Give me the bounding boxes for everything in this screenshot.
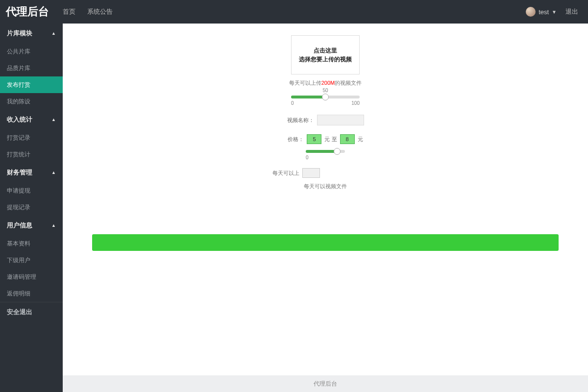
sidebar-logout[interactable]: 安全退出 — [0, 302, 63, 321]
nav-home[interactable]: 首页 — [63, 7, 75, 16]
upload2-label: 每天可以上 — [272, 170, 299, 177]
sidebar-group-head[interactable]: 财务管理▲ — [0, 163, 63, 182]
price-row: 价格： 元 至 元 — [288, 134, 363, 144]
slider2-min: 0 — [306, 155, 309, 160]
user-menu[interactable]: test ▼ — [526, 7, 557, 17]
sidebar-item[interactable]: 打赏记录 — [0, 129, 63, 146]
slider-1[interactable]: 50 0 100 — [291, 96, 360, 106]
slider-2[interactable]: 0 — [306, 150, 345, 160]
sidebar-group-title: 收入统计 — [7, 115, 32, 124]
video-name-input[interactable] — [317, 115, 364, 125]
upload-title-2: 选择您要上传的视频 — [299, 55, 352, 64]
secondary-upload-box[interactable] — [302, 168, 320, 178]
video-name-row: 视频名称： — [287, 115, 364, 125]
slider-value-label: 50 — [322, 88, 328, 93]
slider-min: 0 — [291, 100, 294, 106]
sidebar-group-title: 财务管理 — [7, 168, 32, 177]
slider-track — [291, 96, 360, 98]
upload-hint: 每天可以上传200M的视频文件 — [289, 79, 362, 87]
price-max-input[interactable] — [340, 134, 355, 144]
price-min-input[interactable] — [307, 134, 321, 144]
slider2-fill — [306, 150, 337, 153]
nav-announce[interactable]: 系统公告 — [87, 7, 113, 16]
upload-dropzone[interactable]: 点击这里 选择您要上传的视频 — [291, 35, 360, 74]
caret-down-icon: ▼ — [552, 9, 557, 15]
sidebar-item[interactable]: 基本资料 — [0, 235, 63, 252]
slider2-thumb[interactable] — [334, 148, 341, 155]
sidebar-item[interactable]: 发布打赏 — [0, 76, 63, 93]
top-nav: 首页 系统公告 — [63, 7, 113, 16]
user-name: test — [539, 8, 549, 16]
submit-button[interactable] — [92, 234, 559, 251]
avatar-icon — [526, 7, 536, 17]
chevron-up-icon: ▲ — [51, 31, 56, 36]
secondary-upload-row: 每天可以上 — [272, 168, 320, 178]
sidebar-group-head[interactable]: 片库模块▲ — [0, 24, 63, 43]
sidebar: 片库模块▲公共片库品质片库发布打赏我的陈设收入统计▲打赏记录打赏统计财务管理▲申… — [0, 24, 63, 392]
sidebar-group-title: 片库模块 — [7, 29, 32, 38]
price-label: 价格： — [288, 136, 304, 143]
logout-link[interactable]: 退出 — [565, 7, 578, 16]
upload-title-1: 点击这里 — [314, 46, 337, 55]
slider-fill — [291, 96, 325, 98]
sidebar-item[interactable]: 返佣明细 — [0, 285, 63, 302]
chevron-up-icon: ▲ — [51, 170, 56, 175]
sidebar-item[interactable]: 品质片库 — [0, 60, 63, 76]
footer-text: 代理后台 — [314, 380, 337, 388]
sidebar-group-title: 用户信息 — [7, 221, 32, 230]
slider2-track — [306, 150, 345, 153]
footer: 代理后台 — [63, 375, 588, 392]
main-content: 点击这里 选择您要上传的视频 每天可以上传200M的视频文件 50 0 100 — [63, 24, 588, 392]
sidebar-item[interactable]: 下级用户 — [0, 252, 63, 269]
sidebar-item[interactable]: 我的陈设 — [0, 93, 63, 110]
slider-max: 100 — [351, 100, 360, 106]
chevron-up-icon: ▲ — [51, 223, 56, 228]
video-name-label: 视频名称： — [287, 117, 314, 124]
chevron-up-icon: ▲ — [51, 117, 56, 122]
price-suffix: 元 — [358, 136, 363, 143]
sidebar-item[interactable]: 邀请码管理 — [0, 269, 63, 285]
sidebar-group-head[interactable]: 收入统计▲ — [0, 110, 63, 129]
sidebar-item[interactable]: 提现记录 — [0, 199, 63, 216]
slider-thumb[interactable] — [322, 94, 329, 100]
price-sep: 元 至 — [324, 136, 337, 143]
top-right: test ▼ 退出 — [526, 7, 588, 17]
upload2-hint: 每天可以视频文件 — [304, 183, 347, 190]
brand-title: 代理后台 — [0, 4, 63, 19]
sidebar-item[interactable]: 打赏统计 — [0, 146, 63, 163]
sidebar-item[interactable]: 申请提现 — [0, 182, 63, 199]
sidebar-group-head[interactable]: 用户信息▲ — [0, 216, 63, 235]
sidebar-item[interactable]: 公共片库 — [0, 43, 63, 60]
top-bar: 代理后台 首页 系统公告 test ▼ 退出 — [0, 0, 588, 24]
